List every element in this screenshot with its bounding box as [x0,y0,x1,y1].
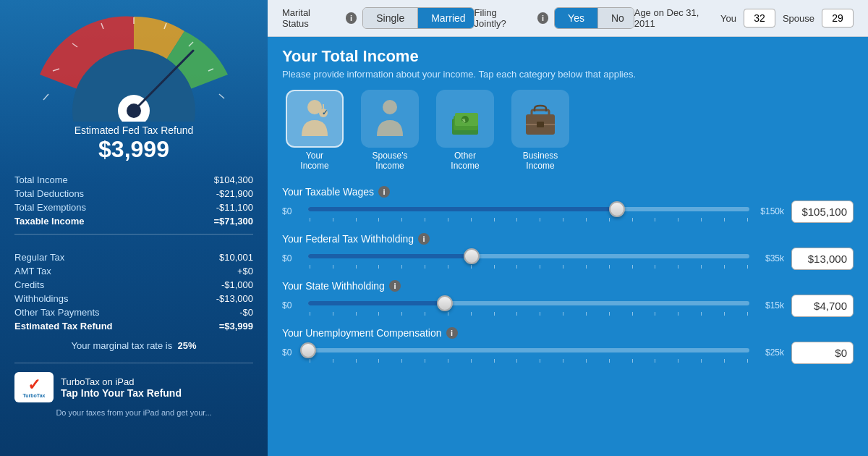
taxable-wages-section: Your Taxable Wages i $0 $150k [282,186,854,223]
age-section: Age on Dec 31, 2011 You Spouse [634,7,854,29]
marital-status-label: Marital Status [282,7,337,29]
summary-row: AMT Tax +$0 [14,264,253,278]
summary-row: Withholdings -$13,000 [14,292,253,305]
you-age-input[interactable] [744,9,775,28]
svg-point-4 [127,104,141,118]
marginal-rate: Your marginal tax rate is 25% [72,340,197,351]
summary-row: Credits -$1,000 [14,278,253,292]
svg-text:✓: ✓ [322,109,328,117]
section-title: Your Total Income [282,47,854,66]
turbotax-logo: ✓ TurboTax [14,372,54,402]
unemployment-label: Your Unemployment Compensation [282,327,442,339]
filing-jointly-section: Filing Jointly? i Yes No [475,7,634,29]
spouses-income-icon-wrapper [361,90,419,148]
other-income-icon-wrapper: $ [436,90,494,148]
marital-status-info-icon[interactable]: i [346,12,357,24]
other-income-category[interactable]: $ OtherIncome [433,90,498,172]
no-button[interactable]: No [598,8,634,28]
svg-rect-27 [537,122,544,127]
business-income-category[interactable]: BusinessIncome [508,90,573,172]
state-withholding-slider[interactable] [308,296,749,316]
married-button[interactable]: Married [418,8,474,28]
taxable-wages-min: $0 [282,206,301,216]
income-categories: ✓ YourIncome Spouse'sIncome [282,90,854,172]
taxable-wages-max: $150k [757,206,784,216]
summary-row: Regular Tax $10,001 [14,250,253,264]
yes-button[interactable]: Yes [555,8,598,28]
section-subtitle: Please provide information about your in… [282,69,854,80]
state-withholding-section: Your State Withholding i $0 $15 [282,280,854,317]
turbotax-text: TurboTax on iPad Tap Into Your Tax Refun… [61,376,182,399]
summary-row: Total Deductions -$21,900 [14,187,253,200]
unemployment-input[interactable] [791,342,854,364]
taxable-wages-slider[interactable] [308,202,749,221]
federal-withholding-thumb[interactable] [464,248,480,264]
main-content: Your Total Income Please provide informa… [268,37,868,456]
left-panel: Estimated Fed Tax Refund $3,999 Total In… [0,0,268,456]
federal-withholding-input[interactable] [791,248,854,270]
refund-value: $3,999 [75,136,194,163]
footer-tagline: Do your taxes from your iPad and get you… [14,408,253,417]
federal-withholding-info-icon[interactable]: i [418,233,430,245]
unemployment-thumb[interactable] [300,342,316,358]
unemployment-info-icon[interactable]: i [446,327,458,339]
svg-line-13 [219,94,224,98]
state-withholding-min: $0 [282,300,301,311]
you-label: You [720,13,736,24]
marital-status-section: Marital Status i Single Married [282,7,475,29]
spouse-age-input[interactable] [822,9,854,28]
check-icon: ✓ [27,377,41,393]
age-label: Age on Dec 31, 2011 [634,7,713,29]
business-income-label: BusinessIncome [523,151,558,172]
summary-row: Other Tax Payments -$0 [14,305,253,319]
business-income-icon-wrapper [511,90,569,148]
federal-withholding-max: $35k [757,253,784,263]
federal-withholding-label: Your Federal Tax Withholding [282,233,414,245]
filing-jointly-toggle[interactable]: Yes No [554,7,634,29]
unemployment-slider[interactable] [308,343,749,363]
federal-withholding-slider[interactable] [308,249,749,269]
turbotax-footer: ✓ TurboTax TurboTax on iPad Tap Into You… [14,363,253,402]
unemployment-min: $0 [282,347,301,358]
svg-point-18 [383,100,397,114]
state-withholding-max: $15k [757,300,784,311]
unemployment-max: $25k [757,347,784,358]
taxable-wages-input[interactable] [791,200,854,223]
taxable-income-row: Taxable Income =$71,300 [14,214,253,228]
summary-row: Total Exemptions -$11,100 [14,200,253,214]
spouses-income-category[interactable]: Spouse'sIncome [357,90,422,172]
summary-table-2: Regular Tax $10,001 AMT Tax +$0 Credits … [14,250,253,333]
taxable-wages-thumb[interactable] [609,201,625,217]
filing-jointly-label: Filing Jointly? [475,7,529,29]
svg-line-5 [43,94,48,100]
summary-row: Total Income $104,300 [14,173,253,187]
estimated-refund-row: Estimated Tax Refund =$3,999 [14,319,253,333]
taxable-wages-label: Your Taxable Wages [282,186,374,198]
state-withholding-thumb[interactable] [437,295,453,311]
your-income-category[interactable]: ✓ YourIncome [282,90,347,172]
marital-status-toggle[interactable]: Single Married [362,7,474,29]
svg-text:$: $ [462,117,466,124]
state-withholding-info-icon[interactable]: i [389,280,401,292]
gauge-container [18,6,250,122]
divider [14,234,253,235]
spouse-label: Spouse [783,13,814,24]
spouses-income-label: Spouse'sIncome [373,151,408,172]
state-withholding-label: Your State Withholding [282,280,385,292]
right-panel: Marital Status i Single Married Filing J… [268,0,868,456]
taxable-wages-info-icon[interactable]: i [378,186,390,198]
refund-label: Estimated Fed Tax Refund [75,124,194,136]
filing-jointly-info-icon[interactable]: i [537,12,548,24]
federal-withholding-min: $0 [282,253,301,263]
refund-section: Estimated Fed Tax Refund $3,999 [75,124,194,163]
single-button[interactable]: Single [363,8,418,28]
your-income-icon-wrapper: ✓ [286,90,344,148]
other-income-label: OtherIncome [451,151,479,172]
federal-withholding-section: Your Federal Tax Withholding i $0 [282,233,854,270]
state-withholding-input[interactable] [791,295,854,317]
summary-table-1: Total Income $104,300 Total Deductions -… [14,173,253,228]
your-income-label: YourIncome [300,151,328,172]
unemployment-section: Your Unemployment Compensation i $0 [282,327,854,364]
top-bar: Marital Status i Single Married Filing J… [268,0,868,37]
